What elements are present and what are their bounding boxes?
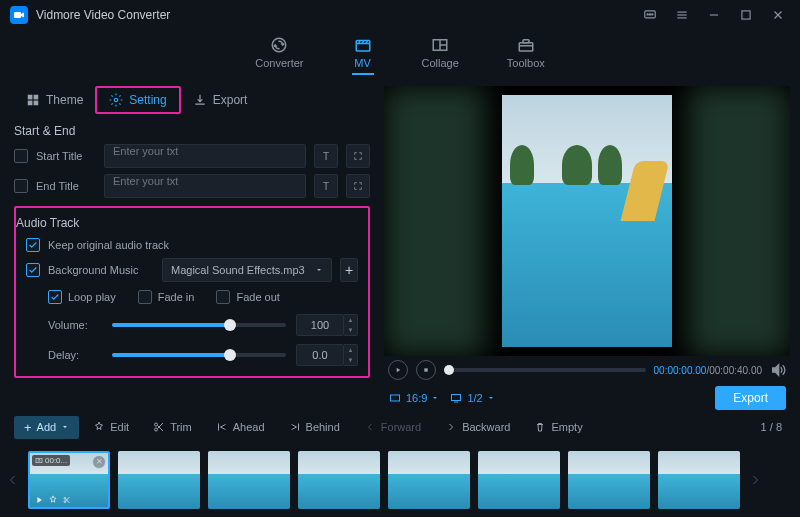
volume-spinner[interactable]: ▲▼ bbox=[344, 314, 358, 336]
volume-icon[interactable] bbox=[770, 362, 786, 378]
tab-collage[interactable]: Collage bbox=[422, 36, 459, 75]
subtab-export[interactable]: Export bbox=[181, 86, 260, 114]
svg-rect-21 bbox=[519, 42, 533, 50]
subtab-theme[interactable]: Theme bbox=[14, 86, 95, 114]
preview-panel: 00:00:00.00/00:00:40.00 16:9 1/2 Export bbox=[384, 80, 800, 412]
end-text-style-button[interactable]: T bbox=[314, 174, 338, 198]
volume-value[interactable]: 100 bbox=[296, 314, 344, 336]
filmstrip-next[interactable] bbox=[748, 450, 762, 510]
empty-button[interactable]: Empty bbox=[524, 417, 592, 437]
add-bgm-button[interactable]: + bbox=[340, 258, 358, 282]
tab-label: MV bbox=[354, 57, 371, 69]
audio-track-section: Audio Track Keep original audio track Ba… bbox=[14, 206, 370, 378]
tab-label: Converter bbox=[255, 57, 303, 69]
end-title-checkbox[interactable] bbox=[14, 179, 28, 193]
aspect-ratio-dropdown[interactable]: 16:9 bbox=[388, 392, 439, 404]
forward-button[interactable]: Forward bbox=[354, 417, 431, 437]
stop-button[interactable] bbox=[416, 360, 436, 380]
subtab-label: Export bbox=[213, 93, 248, 107]
play-button[interactable] bbox=[388, 360, 408, 380]
clip-thumbnail[interactable] bbox=[568, 451, 650, 509]
keep-audio-checkbox[interactable] bbox=[26, 238, 40, 252]
preview-frame bbox=[502, 95, 672, 347]
bgm-file: Magical Sound Effects.mp3 bbox=[171, 264, 305, 276]
tab-converter[interactable]: Converter bbox=[255, 36, 303, 75]
video-preview[interactable] bbox=[384, 86, 790, 356]
backward-button[interactable]: Backward bbox=[435, 417, 520, 437]
clip-thumbnail[interactable] bbox=[118, 451, 200, 509]
thumb-play-icon[interactable] bbox=[34, 495, 44, 505]
fadein-checkbox[interactable] bbox=[138, 290, 152, 304]
subtab-label: Theme bbox=[46, 93, 83, 107]
volume-label: Volume: bbox=[48, 319, 102, 331]
menu-button[interactable] bbox=[670, 3, 694, 27]
add-button[interactable]: +Add bbox=[14, 416, 79, 439]
svg-point-28 bbox=[115, 98, 119, 102]
svg-rect-9 bbox=[742, 11, 750, 19]
start-title-input[interactable]: Enter your txt bbox=[104, 144, 306, 168]
tab-mv[interactable]: MV bbox=[352, 36, 374, 75]
svg-rect-33 bbox=[452, 395, 461, 401]
fadein-label: Fade in bbox=[158, 291, 195, 303]
behind-button[interactable]: Behind bbox=[279, 417, 350, 437]
filmstrip: 00:0... ✕ bbox=[0, 442, 800, 517]
delay-label: Delay: bbox=[48, 349, 102, 361]
loop-label: Loop play bbox=[68, 291, 116, 303]
loop-checkbox[interactable] bbox=[48, 290, 62, 304]
maximize-button[interactable] bbox=[734, 3, 758, 27]
tab-toolbox[interactable]: Toolbox bbox=[507, 36, 545, 75]
start-expand-button[interactable] bbox=[346, 144, 370, 168]
clip-thumbnail[interactable] bbox=[478, 451, 560, 509]
bgm-checkbox[interactable] bbox=[26, 263, 40, 277]
seek-bar[interactable] bbox=[444, 368, 646, 372]
thumb-edit-icon[interactable] bbox=[48, 495, 58, 505]
clip-thumbnail[interactable] bbox=[658, 451, 740, 509]
start-end-header: Start & End bbox=[14, 124, 370, 138]
svg-rect-22 bbox=[523, 39, 529, 42]
clip-thumbnail[interactable] bbox=[208, 451, 290, 509]
ahead-button[interactable]: Ahead bbox=[206, 417, 275, 437]
clip-toolbar: +Add Edit Trim Ahead Behind Forward Back… bbox=[0, 412, 800, 442]
svg-point-36 bbox=[155, 428, 158, 431]
sub-tabs: Theme Setting Export bbox=[14, 86, 370, 114]
volume-slider[interactable] bbox=[112, 323, 286, 327]
delay-slider[interactable] bbox=[112, 353, 286, 357]
close-button[interactable] bbox=[766, 3, 790, 27]
bgm-dropdown[interactable]: Magical Sound Effects.mp3 bbox=[162, 258, 332, 282]
subtab-setting[interactable]: Setting bbox=[95, 86, 180, 114]
filmstrip-prev[interactable] bbox=[6, 450, 20, 510]
fadeout-checkbox[interactable] bbox=[216, 290, 230, 304]
end-expand-button[interactable] bbox=[346, 174, 370, 198]
trim-button[interactable]: Trim bbox=[143, 417, 202, 437]
end-title-label: End Title bbox=[36, 180, 96, 192]
title-bar: Vidmore Video Converter bbox=[0, 0, 800, 30]
converter-icon bbox=[268, 36, 290, 54]
bgm-label: Background Music bbox=[48, 264, 154, 276]
svg-point-42 bbox=[38, 459, 40, 461]
svg-point-35 bbox=[155, 423, 158, 426]
thumb-remove[interactable]: ✕ bbox=[92, 455, 106, 469]
export-button[interactable]: Export bbox=[715, 386, 786, 410]
keep-audio-label: Keep original audio track bbox=[48, 239, 169, 251]
end-title-input[interactable]: Enter your txt bbox=[104, 174, 306, 198]
thumb-trim-icon[interactable] bbox=[62, 495, 72, 505]
delay-value[interactable]: 0.0 bbox=[296, 344, 344, 366]
edit-button[interactable]: Edit bbox=[83, 417, 139, 437]
start-title-checkbox[interactable] bbox=[14, 149, 28, 163]
clip-thumbnail[interactable]: 00:0... ✕ bbox=[28, 451, 110, 509]
thumb-actions bbox=[34, 495, 72, 505]
svg-point-4 bbox=[652, 14, 653, 15]
start-text-style-button[interactable]: T bbox=[314, 144, 338, 168]
svg-rect-31 bbox=[424, 368, 427, 371]
clip-thumbnail[interactable] bbox=[388, 451, 470, 509]
minimize-button[interactable] bbox=[702, 3, 726, 27]
clip-thumbnail[interactable] bbox=[298, 451, 380, 509]
pager: 1 / 8 bbox=[761, 421, 782, 433]
zoom-dropdown[interactable]: 1/2 bbox=[449, 392, 494, 404]
feedback-button[interactable] bbox=[638, 3, 662, 27]
delay-spinner[interactable]: ▲▼ bbox=[344, 344, 358, 366]
thumb-timestamp: 00:0... bbox=[32, 455, 70, 466]
settings-panel: Theme Setting Export Start & End Start T… bbox=[0, 80, 384, 412]
mv-icon bbox=[352, 36, 374, 54]
fadeout-label: Fade out bbox=[236, 291, 279, 303]
